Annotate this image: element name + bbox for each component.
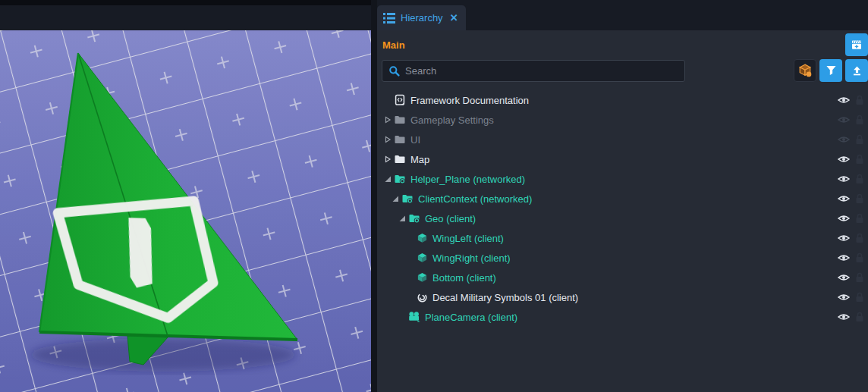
visibility-eye-icon[interactable] bbox=[838, 312, 850, 321]
3d-viewport[interactable] bbox=[0, 30, 372, 392]
static-mesh-button[interactable] bbox=[794, 59, 816, 82]
tree-item-label: WingLeft (client) bbox=[432, 233, 504, 244]
clapperboard-icon bbox=[851, 39, 863, 51]
tree-item-label: WingRight (client) bbox=[432, 252, 511, 264]
visibility-eye-icon[interactable] bbox=[838, 194, 850, 203]
cube-icon bbox=[416, 271, 428, 284]
tree-row-geo[interactable]: Geo (client) bbox=[377, 209, 868, 228]
context-label: Main bbox=[382, 39, 405, 51]
cube-icon bbox=[416, 252, 428, 264]
visibility-eye-icon[interactable] bbox=[838, 234, 850, 243]
visibility-eye-icon[interactable] bbox=[838, 253, 850, 262]
lock-icon[interactable] bbox=[855, 213, 864, 224]
hierarchy-tree: Framework Documentation Gameplay Setting… bbox=[377, 90, 868, 327]
tree-row-map[interactable]: Map bbox=[377, 149, 868, 169]
tree-row-gameplay-settings[interactable]: Gameplay Settings bbox=[377, 110, 868, 130]
networked-folder-icon bbox=[394, 173, 406, 185]
tree-row-client-context[interactable]: ClientContext (networked) bbox=[377, 189, 868, 209]
editor-window: Hierarchy ✕ bbox=[0, 0, 868, 392]
documentation-icon bbox=[394, 94, 406, 106]
folder-icon bbox=[394, 153, 406, 165]
hierarchy-panel: Main bbox=[377, 30, 868, 392]
expander-slot bbox=[382, 96, 393, 104]
tree-item-label: PlaneCamera (client) bbox=[425, 312, 517, 323]
tab-strip: Hierarchy ✕ bbox=[0, 0, 868, 30]
lock-icon[interactable] bbox=[855, 95, 864, 105]
tab-hierarchy[interactable]: Hierarchy ✕ bbox=[377, 5, 466, 30]
lock-icon[interactable] bbox=[855, 154, 864, 165]
tree-row-framework-documentation[interactable]: Framework Documentation bbox=[377, 90, 868, 110]
expander-slot bbox=[404, 293, 415, 301]
tree-item-label: Gameplay Settings bbox=[410, 114, 494, 126]
expander-collapsed-icon[interactable] bbox=[382, 155, 393, 163]
cinematic-button[interactable] bbox=[845, 33, 868, 56]
visibility-eye-icon[interactable] bbox=[838, 115, 850, 124]
expander-slot bbox=[404, 274, 415, 281]
tree-item-label: Geo (client) bbox=[425, 213, 476, 224]
expander-collapsed-icon[interactable] bbox=[382, 136, 393, 143]
tree-row-wingright[interactable]: WingRight (client) bbox=[377, 248, 868, 268]
filter-button[interactable] bbox=[819, 59, 842, 82]
expander-expanded-icon[interactable] bbox=[390, 195, 401, 202]
expander-slot bbox=[404, 254, 415, 262]
tree-row-bottom[interactable]: Bottom (client) bbox=[377, 268, 868, 287]
expander-collapsed-icon[interactable] bbox=[382, 116, 393, 124]
lock-icon[interactable] bbox=[855, 233, 864, 243]
tree-row-helper-plane[interactable]: Helper_Plane (networked) bbox=[377, 169, 868, 189]
expander-expanded-icon[interactable] bbox=[382, 175, 393, 183]
search-icon bbox=[388, 65, 401, 77]
tab-label: Hierarchy bbox=[401, 12, 443, 24]
tree-row-wingleft[interactable]: WingLeft (client) bbox=[377, 228, 868, 248]
import-upload-icon bbox=[851, 65, 863, 77]
search-input[interactable] bbox=[405, 65, 678, 77]
expander-slot bbox=[397, 313, 407, 321]
tree-item-label: Decal Military Symbols 01 (client) bbox=[432, 292, 578, 303]
lock-icon[interactable] bbox=[855, 114, 864, 125]
lock-icon[interactable] bbox=[855, 312, 864, 322]
search-box[interactable] bbox=[382, 60, 685, 82]
visibility-eye-icon[interactable] bbox=[838, 135, 850, 144]
lock-icon[interactable] bbox=[855, 292, 864, 303]
static-mesh-cube-icon bbox=[798, 64, 812, 77]
cube-icon bbox=[416, 232, 428, 244]
tree-row-planecamera[interactable]: PlaneCamera (client) bbox=[377, 307, 868, 327]
tree-item-label: Helper_Plane (networked) bbox=[410, 174, 525, 185]
expander-slot bbox=[404, 234, 415, 242]
hierarchy-list-icon bbox=[383, 13, 395, 24]
camera-icon bbox=[408, 311, 420, 323]
lock-icon[interactable] bbox=[855, 134, 864, 145]
visibility-eye-icon[interactable] bbox=[838, 155, 850, 164]
tab-close-icon[interactable]: ✕ bbox=[450, 12, 458, 24]
tree-item-label: Framework Documentation bbox=[410, 95, 529, 106]
tree-item-label: ClientContext (networked) bbox=[418, 193, 532, 205]
viewport-render bbox=[0, 30, 372, 392]
networked-folder-icon bbox=[401, 193, 414, 205]
visibility-eye-icon[interactable] bbox=[838, 96, 850, 105]
tree-row-ui[interactable]: UI bbox=[377, 130, 868, 149]
visibility-eye-icon[interactable] bbox=[838, 293, 850, 302]
filter-funnel-icon bbox=[826, 65, 837, 76]
networked-folder-icon bbox=[408, 212, 420, 224]
tree-item-label: Bottom (client) bbox=[432, 272, 496, 284]
visibility-eye-icon[interactable] bbox=[838, 174, 850, 183]
decal-icon bbox=[416, 291, 428, 303]
expander-expanded-icon[interactable] bbox=[397, 215, 407, 222]
folder-icon bbox=[394, 114, 406, 126]
tree-item-label: UI bbox=[410, 134, 420, 146]
lock-icon[interactable] bbox=[855, 252, 864, 263]
lock-icon[interactable] bbox=[855, 272, 864, 283]
folder-icon bbox=[394, 133, 406, 146]
visibility-eye-icon[interactable] bbox=[838, 214, 850, 223]
viewport-top-shade bbox=[0, 0, 371, 5]
tree-item-label: Map bbox=[410, 154, 429, 165]
tree-row-decal-military-symbols[interactable]: Decal Military Symbols 01 (client) bbox=[377, 287, 868, 307]
lock-icon[interactable] bbox=[855, 193, 864, 204]
visibility-eye-icon[interactable] bbox=[838, 273, 850, 282]
panel-divider[interactable] bbox=[371, 0, 377, 392]
lock-icon[interactable] bbox=[855, 174, 864, 184]
import-button[interactable] bbox=[845, 59, 868, 82]
